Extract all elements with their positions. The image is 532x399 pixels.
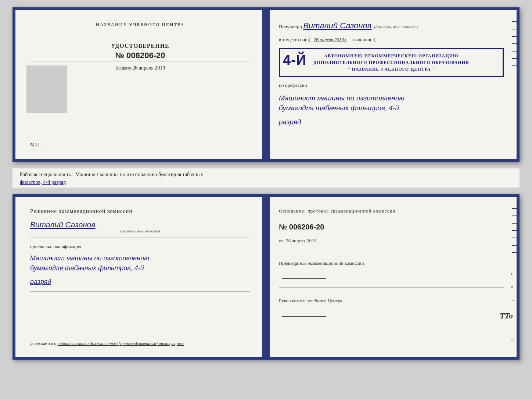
issued-date: 26 апреля 2019 <box>132 65 165 71</box>
deco-line-4 <box>512 43 517 44</box>
profession-line2: бумагидля табачных фильтров, 4-й <box>279 104 399 112</box>
divider-line <box>30 61 250 61</box>
dash: – <box>422 24 424 29</box>
deco-line-b5 <box>512 238 517 238</box>
recipient-line: Получил(а) Виталий Сазонов (фамилия, имя… <box>279 19 504 32</box>
komissia-name: Виталий Сазонов <box>30 220 250 229</box>
komissia-title: Решением экзаменационной комиссии <box>30 207 250 215</box>
predsedatel-sign-line <box>282 278 326 279</box>
deco-line-b7 <box>512 252 517 253</box>
deco-line-b1 <box>512 208 517 209</box>
ot-label: от <box>279 238 283 243</box>
cert-title-block: УДОСТОВЕРЕНИЕ № 006206-20 <box>111 43 169 60</box>
cert-left-panel: НАЗВАНИЕ УЧЕБНОГО ЦЕНТРА УДОСТОВЕРЕНИЕ №… <box>15 10 266 159</box>
dopuskaetsya-value: работе согласно должностным (производств… <box>57 341 184 346</box>
mark-arrow: ← <box>511 297 516 303</box>
profession-label: по профессии <box>279 82 504 88</box>
kval-line1: Машинист машины по изготовлению <box>30 254 149 262</box>
dopuskaetsya-prefix: допускается к <box>30 341 56 346</box>
certificate-top: НАЗВАНИЕ УЧЕБНОГО ЦЕНТРА УДОСТОВЕРЕНИЕ №… <box>12 7 520 162</box>
stamp-number: 4-й <box>283 50 306 71</box>
org-line1: АВТОНОМНУЮ НЕКОММЕРЧЕСКУЮ ОРГАНИЗАЦИЮ <box>284 53 498 59</box>
dopuskaetsya-block: допускается к работе согласно должностны… <box>30 341 250 346</box>
profession-line1: Машинист машины по изготовлению <box>279 94 405 102</box>
protocol-date: от 26 апреля 2019 <box>279 238 504 244</box>
prisvoena-label: присвоена квалификация <box>30 244 250 250</box>
deco-line-5 <box>512 51 517 51</box>
rukovoditel-sign-line <box>282 316 326 317</box>
kval-line2: бумагидля табачных фильтров, 4-й <box>30 264 144 272</box>
recipient-name: Виталий Сазонов <box>303 21 371 30</box>
cert-label: УДОСТОВЕРЕНИЕ <box>111 43 169 49</box>
bottom-left-panel: Решением экзаменационной комиссии Витали… <box>15 197 266 357</box>
deco-line-7 <box>512 65 517 66</box>
kval-divider <box>30 291 250 292</box>
kval-line3: разряд <box>30 277 250 287</box>
mark-dash3: – <box>511 337 516 343</box>
cert-right-panel: Получил(а) Виталий Сазонов (фамилия, имя… <box>266 10 517 159</box>
kval-text: Машинист машины по изготовлению бумагидл… <box>30 253 250 273</box>
profession-text: Машинист машины по изготовлению бумагидл… <box>279 93 504 113</box>
training-center-title: НАЗВАНИЕ УЧЕБНОГО ЦЕНТРА <box>96 21 184 28</box>
rukovoditel-block: Руководитель учебного Центра <box>279 297 504 319</box>
mp-label: М.П. <box>30 142 41 148</box>
deco-line-2 <box>512 29 517 29</box>
komissia-name-block: Виталий Сазонов (фамилия, имя, отчество) <box>30 219 250 233</box>
ot-date: 26 апреля 2019 <box>286 238 316 243</box>
certificate-bottom: Решением экзаменационной комиссии Витали… <box>12 194 520 360</box>
photo-placeholder <box>26 65 67 113</box>
mark-a: а <box>511 284 516 290</box>
komissia-name-subtext: (фамилия, имя, отчество) <box>30 229 250 233</box>
deco-line-b4 <box>512 230 517 231</box>
deco-line-b2 <box>512 215 517 216</box>
predsedatel-label: Председатель экзаменационной комиссии <box>279 260 504 267</box>
subtitle-prefix: Рабочая специальность - Машинист машины … <box>20 172 203 177</box>
bottom-right-panel: Основание: протокол экзаменационной коми… <box>266 197 517 357</box>
poluchil-prefix: Получил(а) <box>279 24 302 29</box>
mark-i: и <box>511 271 516 277</box>
deco-lines <box>512 21 517 66</box>
deco-line-b3 <box>512 223 517 224</box>
deco-line-1 <box>512 21 517 22</box>
protocol-divider <box>279 250 504 250</box>
subtitle-underline: фильтров, 4-й разряд <box>20 179 66 185</box>
mark-dash1: – <box>511 310 516 316</box>
org-line3: " НАЗВАНИЕ УЧЕБНОГО ЦЕНТРА " <box>284 66 498 72</box>
vtom-line: в том, что он(а) 26 апреля 2019г. окончи… <box>279 37 504 43</box>
deco-line-6 <box>512 58 517 59</box>
predsedatel-divider <box>279 287 504 288</box>
rukovoditel-label: Руководитель учебного Центра <box>279 297 504 305</box>
predsedatel-block: Председатель экзаменационной комиссии <box>279 260 504 282</box>
edge-marks: и а ← – – – <box>511 271 516 343</box>
mark-dash2: – <box>511 324 516 329</box>
okonchill: окончил(а) <box>353 37 375 42</box>
cert-number: № 006206-20 <box>111 51 169 60</box>
issued-label: Выдано <box>115 65 131 71</box>
komissia-divider <box>30 238 250 238</box>
deco-line-b6 <box>512 245 517 246</box>
deco-lines-bottom <box>512 208 517 253</box>
cert-issued: Выдано 26 апреля 2019 <box>115 65 165 71</box>
protocol-number: № 006206-20 <box>279 223 504 231</box>
org-line2: ДОПОЛНИТЕЛЬНОГО ПРОФЕССИОНАЛЬНОГО ОБРАЗО… <box>284 59 498 66</box>
vtom-date: 26 апреля 2019г. <box>314 37 347 42</box>
org-stamp: 4-й АВТОНОМНУЮ НЕКОММЕРЧЕСКУЮ ОРГАНИЗАЦИ… <box>279 48 504 77</box>
recipient-subtext: (фамилия, имя, отчество) <box>374 25 418 29</box>
osnovaniye-text: Основание: протокол экзаменационной коми… <box>279 207 504 215</box>
deco-line-3 <box>512 36 517 37</box>
razryad: разряд <box>279 118 504 126</box>
subtitle-band: Рабочая специальность - Машинист машины … <box>12 168 520 188</box>
vtom-prefix: в том, что он(а) <box>279 37 310 42</box>
